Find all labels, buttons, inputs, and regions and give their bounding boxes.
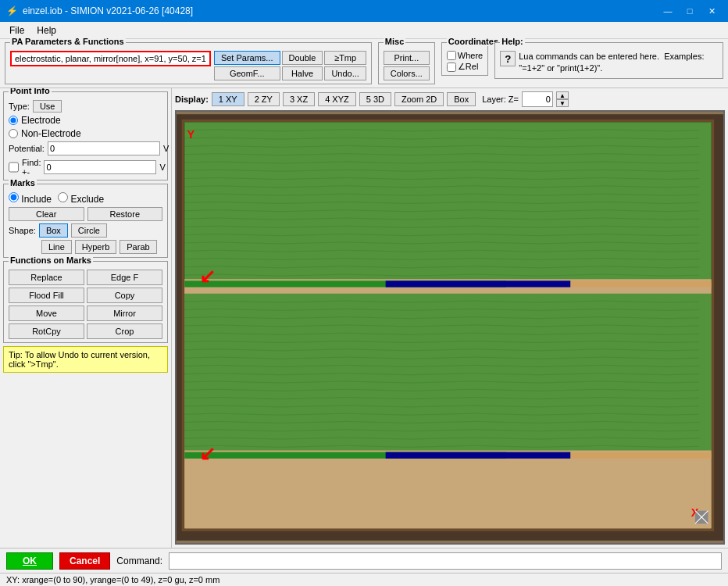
rel-label[interactable]: ∠Rel <box>447 62 483 72</box>
help-content: ? Lua commands can be entered here. Exam… <box>500 51 718 75</box>
svg-text:↙: ↙ <box>199 266 216 287</box>
pa-info-box: electrostatic, planar, mirror[none], x=9… <box>10 51 211 66</box>
layer-down-btn[interactable]: ▼ <box>556 99 569 107</box>
box-btn[interactable]: Box <box>447 92 476 106</box>
functions-content: Replace Edge F Flood Fill Copy Move Mirr… <box>9 270 162 339</box>
exclude-text: Exclude <box>70 194 104 205</box>
help-group-title: Help: <box>500 37 525 46</box>
pa-buttons-grid: Set Params... Double ≥Tmp GeomF... Halve… <box>214 51 366 80</box>
double-btn[interactable]: Double <box>282 51 323 65</box>
halve-btn[interactable]: Halve <box>282 66 323 80</box>
potential-row: Potential: V <box>9 141 162 155</box>
electrode-radio[interactable] <box>9 116 18 125</box>
rel-text: ∠Rel <box>458 62 479 72</box>
svg-rect-12 <box>570 452 711 459</box>
cancel-button[interactable]: Cancel <box>59 552 110 570</box>
svg-rect-11 <box>386 452 571 459</box>
find-input[interactable] <box>44 160 156 174</box>
display-area: Display: 1 XY 2 ZY 3 XZ 4 XYZ 5 3D Zoom … <box>172 88 728 548</box>
non-electrode-radio[interactable] <box>9 129 18 138</box>
electrode-label: Electrode <box>21 115 61 126</box>
potential-label: Potential: <box>9 144 45 153</box>
main-content: PA Parameters & Functions electrostatic,… <box>0 39 728 586</box>
print-btn[interactable]: Print... <box>384 51 430 65</box>
layer-input[interactable] <box>522 91 553 107</box>
use-btn[interactable]: Use <box>33 100 62 113</box>
exclude-label[interactable]: Exclude <box>58 192 104 205</box>
display-2zy-btn[interactable]: 2 ZY <box>248 92 280 106</box>
move-btn[interactable]: Move <box>9 306 84 321</box>
line-shape-btn[interactable]: Line <box>41 240 72 254</box>
pa-params-group: PA Parameters & Functions electrostatic,… <box>5 42 372 84</box>
zoom-2d-btn[interactable]: Zoom 2D <box>394 92 444 106</box>
set-params-btn[interactable]: Set Params... <box>214 51 280 65</box>
menu-help[interactable]: Help <box>30 23 62 38</box>
help-q-btn[interactable]: ? <box>500 51 516 66</box>
ok-button[interactable]: OK <box>6 552 53 570</box>
help-group: Help: ? Lua commands can be entered here… <box>494 42 723 79</box>
svg-rect-13 <box>184 465 711 528</box>
layer-up-btn[interactable]: ▲ <box>556 91 569 99</box>
potential-input[interactable] <box>48 141 160 155</box>
canvas-container[interactable]: ↙ ↙ Y X <box>175 110 725 545</box>
rel-checkbox[interactable] <box>447 63 456 72</box>
coords-checkboxes: Where ∠Rel <box>447 51 483 72</box>
marks-content: Include Exclude Clear Restore Shape: Box <box>9 192 162 254</box>
display-4xyz-btn[interactable]: 4 XYZ <box>318 92 356 106</box>
undo-btn[interactable]: Undo... <box>324 66 366 80</box>
geq-tmp-btn[interactable]: ≥Tmp <box>324 51 366 65</box>
shape-label: Shape: <box>9 226 36 235</box>
flood-fill-btn[interactable]: Flood Fill <box>9 288 84 303</box>
hyperb-shape-btn[interactable]: Hyperb <box>75 240 116 254</box>
clear-btn[interactable]: Clear <box>9 207 84 221</box>
copy-btn[interactable]: Copy <box>87 288 162 303</box>
maximize-button[interactable]: □ <box>680 3 700 19</box>
type-label: Type: <box>9 102 30 111</box>
geomf-btn[interactable]: GeomF... <box>214 66 280 80</box>
menu-file[interactable]: File <box>3 23 30 38</box>
restore-btn[interactable]: Restore <box>87 207 163 221</box>
where-checkbox[interactable] <box>447 51 456 60</box>
point-info-content: Type: Use Electrode Non-Electrode Potent… <box>9 100 162 177</box>
misc-group-title: Misc <box>384 37 405 46</box>
crop-btn[interactable]: Crop <box>87 323 162 339</box>
display-3xz-btn[interactable]: 3 XZ <box>283 92 315 106</box>
coords-group-title: Coordinates <box>447 37 500 46</box>
misc-buttons: Print... Colors... <box>384 51 430 80</box>
exclude-radio[interactable] <box>58 192 68 202</box>
include-radio[interactable] <box>9 192 19 202</box>
command-input[interactable] <box>169 552 722 570</box>
pa-params-content: electrostatic, planar, mirror[none], x=9… <box>10 51 366 80</box>
display-label: Display: <box>175 95 209 104</box>
circle-shape-btn[interactable]: Circle <box>71 223 107 238</box>
find-checkbox[interactable] <box>9 160 19 174</box>
title-bar-left: ⚡ einzel.iob - SIMION v2021-06-26 [40428… <box>6 5 193 16</box>
minimize-button[interactable]: — <box>658 3 678 19</box>
command-label: Command: <box>116 556 162 566</box>
electrode-row: Electrode <box>9 115 162 126</box>
potential-unit: V <box>163 144 169 153</box>
tip-box: Tip: To allow Undo to current version, c… <box>3 346 168 373</box>
point-info-title: Point Info <box>9 88 52 95</box>
parab-shape-btn[interactable]: Parab <box>120 240 156 254</box>
colors-btn[interactable]: Colors... <box>384 66 430 80</box>
edge-f-btn[interactable]: Edge F <box>87 270 162 285</box>
include-label[interactable]: Include <box>9 192 52 205</box>
mirror-btn[interactable]: Mirror <box>87 306 162 321</box>
svg-rect-6 <box>386 280 571 287</box>
where-label[interactable]: Where <box>447 51 483 60</box>
pa-group-title: PA Parameters & Functions <box>10 37 126 46</box>
close-button[interactable]: ✕ <box>701 3 722 19</box>
functions-group: Functions on Marks Replace Edge F Flood … <box>3 261 168 343</box>
replace-btn[interactable]: Replace <box>9 270 84 285</box>
svg-text:↙: ↙ <box>199 443 216 464</box>
find-label: Find: +- <box>22 158 41 177</box>
clear-restore-row: Clear Restore <box>9 207 162 221</box>
layer-label: Layer: Z= <box>482 95 519 104</box>
rotcpy-btn[interactable]: RotCpy <box>9 323 84 339</box>
display-5-3d-btn[interactable]: 5 3D <box>359 92 391 106</box>
box-shape-btn[interactable]: Box <box>39 223 68 238</box>
help-text: Lua commands can be entered here. Exampl… <box>519 51 718 75</box>
include-exclude-row: Include Exclude <box>9 192 162 205</box>
display-1xy-btn[interactable]: 1 XY <box>212 92 244 106</box>
